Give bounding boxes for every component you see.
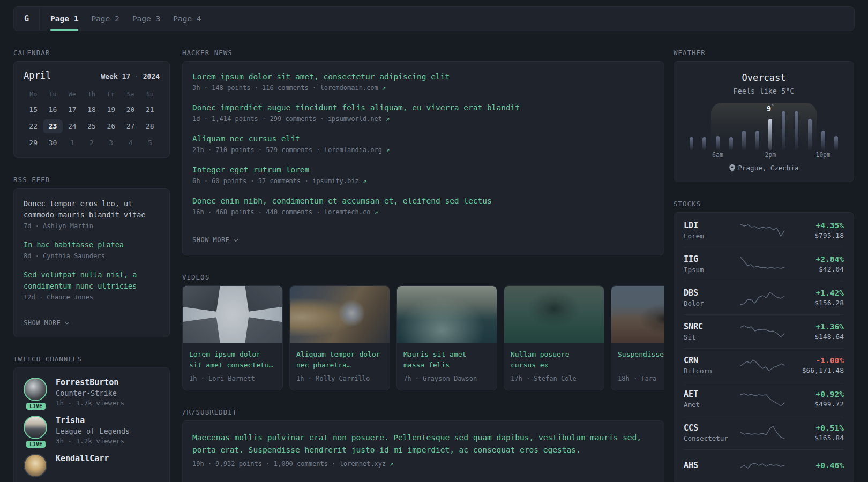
section-title: TWITCH CHANNELS: [13, 355, 170, 363]
reddit-post-meta: 19h · 9,932 points · 1,090 comments · lo…: [192, 460, 654, 468]
tab-page-1[interactable]: Page 1: [44, 7, 85, 31]
stock-sparkline: [739, 255, 785, 273]
twitch-section: TWITCH CHANNELS LIVE ForrestBurton Count…: [13, 355, 170, 482]
calendar-dayname: Su: [140, 88, 160, 100]
rss-item-meta: 12d · Chance Jones: [24, 293, 160, 301]
stock-row[interactable]: AHS +0.46%: [684, 449, 844, 482]
stock-name: Consectetur: [684, 434, 739, 442]
stocks-widget: LDI Lorem +4.35% $795.18 IIG Ipsum: [674, 212, 854, 482]
video-title: Aliquam tempor dolor nec pharetra…: [296, 349, 383, 371]
stock-price: $156.28: [785, 299, 844, 307]
external-link-icon: ↗: [390, 460, 394, 468]
dot-separator: ·: [305, 177, 309, 185]
video-thumbnail: [183, 286, 282, 343]
video-thumbnail: [611, 286, 664, 343]
calendar-day: 18: [82, 103, 101, 117]
reddit-post-title[interactable]: Maecenas mollis pulvinar erat non posuer…: [192, 432, 654, 456]
calendar-day: 28: [140, 119, 160, 133]
stock-row[interactable]: IIG Ipsum +2.84% $42.04: [684, 247, 844, 281]
calendar-day: 25: [82, 119, 101, 133]
rss-show-more-button[interactable]: SHOW MORE: [24, 319, 69, 327]
weather-bar: [716, 136, 720, 150]
video-row: Lorem ipsum dolor sit amet consectetu… 1…: [182, 285, 664, 390]
hn-item-title[interactable]: Donec enim nibh, condimentum et accumsan…: [192, 197, 654, 205]
rss-item-title[interactable]: In hac habitasse platea: [24, 239, 160, 251]
external-link-icon: ↗: [386, 146, 390, 154]
calendar-day-next-month: 3: [101, 136, 121, 150]
videos-section: VIDEOS Lorem ipsum dolor sit amet consec…: [182, 273, 664, 390]
tab-page-2[interactable]: Page 2: [85, 7, 125, 31]
video-title: Suspendisse diam: [618, 349, 664, 371]
hn-item-domain-link[interactable]: loremlandia.org ↗: [324, 146, 390, 154]
rss-item: Donec tempor eros leo, ut commodo mauris…: [24, 198, 160, 230]
hn-item-title[interactable]: Aliquam nec cursus elit: [192, 134, 654, 143]
stock-row[interactable]: AET Amet +0.92% $499.72: [684, 382, 844, 416]
calendar-grid: Mo Tu We Th Fr Sa Su 15 16 17 18 19 20 2…: [24, 88, 160, 150]
stock-row[interactable]: CCS Consectetur +0.51% $165.84: [684, 416, 844, 449]
hn-item-meta: 3h · 148 points · 116 comments · loremdo…: [192, 84, 654, 92]
hackernews-section: HACKER NEWS Lorem ipsum dolor sit amet, …: [182, 49, 664, 255]
tab-page-3[interactable]: Page 3: [126, 7, 167, 31]
calendar-dayname: Sa: [121, 88, 140, 100]
video-meta: 17h · Stefan Cole: [511, 375, 597, 382]
weather-bar: [782, 111, 785, 150]
calendar-day: 30: [43, 136, 62, 150]
chevron-down-icon: [233, 237, 237, 241]
hn-item-domain-link[interactable]: ipsumworld.net ↗: [328, 115, 390, 123]
dot-separator: ·: [316, 146, 320, 154]
stock-row[interactable]: LDI Lorem +4.35% $795.18: [684, 214, 844, 247]
reddit-post-domain-link[interactable]: loremnet.xyz ↗: [340, 460, 394, 468]
stock-row[interactable]: DBS Dolor +1.42% $156.28: [684, 281, 844, 314]
video-meta: 1h · Molly Carrillo: [296, 375, 383, 382]
section-title: STOCKS: [674, 200, 854, 208]
video-card[interactable]: Nullam posuere cursus ex 17h · Stefan Co…: [504, 285, 604, 390]
tab-page-4[interactable]: Page 4: [167, 7, 207, 31]
app-logo[interactable]: G: [14, 7, 40, 31]
video-card[interactable]: Lorem ipsum dolor sit amet consectetu… 1…: [182, 285, 283, 390]
hn-item-domain-link[interactable]: ipsumify.biz ↗: [312, 177, 366, 185]
channel-name: ForrestBurton: [56, 378, 124, 387]
stock-change: +2.84%: [785, 255, 844, 263]
stock-name: Sit: [684, 333, 739, 341]
rss-item-title[interactable]: Donec tempor eros leo, ut commodo mauris…: [24, 198, 160, 221]
stock-change: +1.36%: [785, 322, 844, 331]
hn-item-title[interactable]: Integer eget rutrum lorem: [192, 165, 654, 174]
hn-item-title[interactable]: Donec imperdiet augue tincidunt felis al…: [192, 103, 654, 112]
hn-item-domain-link[interactable]: loremdomain.com ↗: [320, 84, 386, 92]
calendar-dayname: Th: [82, 88, 101, 100]
twitch-channel-item[interactable]: LIVE Trisha League of Legends 3h · 1.2k …: [24, 416, 160, 445]
video-card[interactable]: Suspendisse diam 18h · Tara: [611, 285, 664, 390]
subreddit-widget: Maecenas mollis pulvinar erat non posuer…: [182, 420, 664, 482]
twitch-channel-item[interactable]: KendallCarr: [24, 454, 160, 477]
tab-label: Page 4: [173, 14, 201, 23]
weather-bar: [729, 137, 733, 150]
stock-change: +0.46%: [785, 461, 844, 470]
video-card[interactable]: Mauris sit amet massa felis 7h · Grayson…: [396, 285, 497, 390]
stock-sparkline: [739, 390, 785, 408]
weather-feels-like: Feels like 5°C: [685, 87, 843, 95]
tab-label: Page 1: [50, 14, 78, 23]
avatar-wrap: LIVE: [24, 416, 48, 445]
channel-name: KendallCarr: [56, 454, 109, 463]
weather-bars: [685, 111, 843, 150]
external-link-icon: ↗: [382, 84, 386, 92]
video-title: Mauris sit amet massa felis: [403, 349, 490, 371]
video-card[interactable]: Aliquam tempor dolor nec pharetra… 1h · …: [289, 285, 390, 390]
video-title: Nullam posuere cursus ex: [511, 349, 597, 371]
hn-item-title[interactable]: Lorem ipsum dolor sit amet, consectetur …: [192, 72, 654, 81]
stock-name: Dolor: [684, 299, 739, 307]
hn-item-domain-link[interactable]: loremtech.co ↗: [324, 208, 378, 216]
rss-section: RSS FEED Donec tempor eros leo, ut commo…: [13, 176, 170, 337]
calendar-day-selected: 23: [43, 119, 62, 133]
calendar-day: 19: [101, 103, 121, 117]
twitch-channel-item[interactable]: LIVE ForrestBurton Counter-Strike 1h · 1…: [24, 378, 160, 407]
calendar-day: 20: [121, 103, 140, 117]
calendar-month: April: [24, 70, 51, 81]
weather-hour-labels: 6am 2pm 10pm: [685, 151, 843, 159]
hn-show-more-button[interactable]: SHOW MORE: [192, 236, 237, 244]
rss-item-title[interactable]: Sed volutpat nulla nisl, a condimentum n…: [24, 269, 160, 292]
stock-row[interactable]: CRN Bitcorn -1.00% $66,171.48: [684, 348, 844, 382]
avatar: [24, 454, 47, 477]
stock-row[interactable]: SNRC Sit +1.36% $148.64: [684, 314, 844, 348]
stock-sparkline: [739, 457, 785, 475]
